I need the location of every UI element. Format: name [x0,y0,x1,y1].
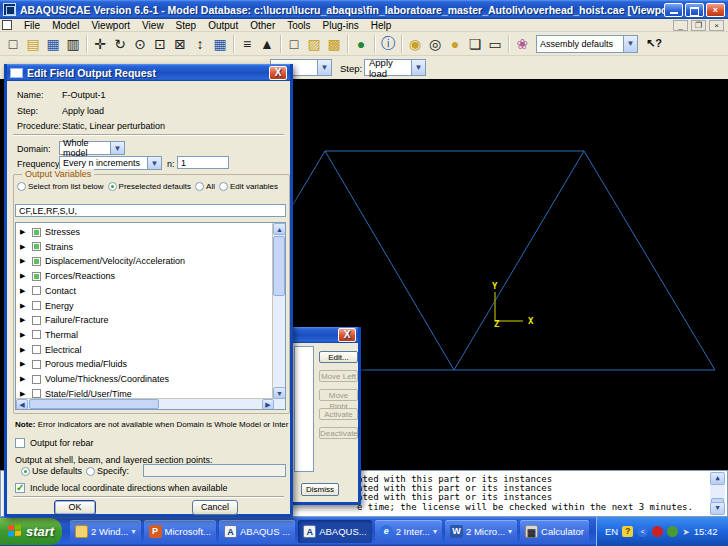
color-palette-icon[interactable]: ❀ [512,34,532,54]
domain-select[interactable]: Whole model ▼ [59,141,125,155]
variable-checkbox[interactable] [32,301,41,310]
variable-checkbox[interactable] [32,316,41,325]
menu-item[interactable]: Output [202,20,244,31]
shaded-render-icon[interactable]: ▩ [324,34,344,54]
step-select[interactable]: Apply load ▼ [364,59,426,76]
variable-checkbox[interactable] [32,272,41,281]
highlight-off-icon[interactable]: ◎ [425,34,445,54]
expand-arrow-icon[interactable]: ▶ [20,272,28,280]
menu-item[interactable]: Tools [281,20,316,31]
list-horizontal-scrollbar[interactable]: ◀ ▶ [16,398,274,409]
tray-icon-red[interactable] [652,526,663,537]
print-icon[interactable]: ▥ [63,34,83,54]
info-icon[interactable]: ⓘ [378,34,398,54]
radio-option[interactable]: Preselected defaults [108,182,192,191]
variable-row[interactable]: ▶ Porous media/Fluids [20,357,127,371]
menu-item[interactable]: Step [170,20,203,31]
menu-item[interactable]: Plug-ins [317,20,365,31]
taskbar-button[interactable]: Calculator ▾ [520,520,589,543]
menu-item[interactable]: View [136,20,170,31]
scroll-thumb[interactable] [273,236,285,296]
include-local-checkbox[interactable] [15,483,25,493]
viewport-layout-icon[interactable]: ❏ [465,34,485,54]
variable-checkbox[interactable] [32,228,41,237]
variable-checkbox[interactable] [32,389,41,398]
menu-item[interactable]: Help [365,20,398,31]
language-indicator[interactable]: EN [605,526,618,537]
reference-point-icon[interactable]: ▲ [257,34,277,54]
frequency-select[interactable]: Every n increments ▼ [59,156,162,170]
variables-list[interactable]: ▶ Stresses ▶ Strains ▶ Displacement/Vel [15,222,286,410]
magnify-icon[interactable]: ⊙ [130,34,150,54]
minimize-button[interactable] [664,3,683,17]
manager-button[interactable]: Activate [319,408,358,420]
radio-option[interactable]: Select from list below [17,182,104,191]
query-icon[interactable]: ≡ [237,34,257,54]
expand-arrow-icon[interactable]: ▶ [20,331,28,339]
scroll-up-icon[interactable]: ▲ [273,223,286,235]
pan-icon[interactable]: ✛ [90,34,110,54]
variable-checkbox[interactable] [32,242,41,251]
taskbar-button[interactable]: 2 Micro... ▾ [445,520,517,543]
scroll-up-icon[interactable]: ▲ [710,472,725,485]
scroll-thumb[interactable] [29,399,159,409]
mdi-minimize-button[interactable]: _ [673,20,688,31]
ok-button[interactable]: OK [54,500,96,515]
dialog-close-button[interactable]: X [338,328,356,342]
new-file-icon[interactable]: □ [3,34,23,54]
taskbar-button[interactable]: 2 Wind... ▾ [70,520,141,543]
expand-arrow-icon[interactable]: ▶ [20,287,28,295]
dialog-close-button[interactable]: X [269,66,287,80]
expand-arrow-icon[interactable]: ▶ [20,360,28,368]
rotate-icon[interactable]: ↻ [110,34,130,54]
menu-item[interactable]: Model [46,20,85,31]
manager-list[interactable] [294,346,314,472]
expand-arrow-icon[interactable]: ▶ [20,346,28,354]
expand-arrow-icon[interactable]: ▶ [20,228,28,236]
scroll-down-icon[interactable]: ▼ [710,502,725,515]
variable-row[interactable]: ▶ Contact [20,284,76,298]
rebar-checkbox[interactable] [15,438,25,448]
hidden-line-render-icon[interactable]: ▨ [304,34,324,54]
menu-item[interactable]: File [18,20,46,31]
message-scrollbar[interactable]: ▲ ▼ [710,472,725,515]
menu-item[interactable]: Viewport [85,20,136,31]
taskbar-button[interactable]: Microsoft... ▾ [144,520,216,543]
specify-input[interactable] [143,464,286,477]
expand-arrow-icon[interactable]: ▶ [20,390,28,398]
variable-checkbox[interactable] [32,330,41,339]
mdi-close-button[interactable]: × [709,20,724,31]
variable-row[interactable]: ▶ Electrical [20,343,82,357]
help-tray-icon[interactable]: ? [622,526,633,537]
restore-button[interactable] [685,3,704,17]
color-dot-icon[interactable]: ● [445,34,465,54]
tray-icon-blue[interactable]: < [637,526,648,537]
expand-arrow-icon[interactable]: ▶ [20,375,28,383]
start-button[interactable]: start [0,518,62,545]
dismiss-button[interactable]: Dismiss [301,483,339,496]
list-vertical-scrollbar[interactable]: ▲ ▼ [272,223,285,410]
manager-button[interactable]: Deactivate [319,427,358,439]
zoom-region-icon[interactable]: ⊡ [150,34,170,54]
variable-row[interactable]: ▶ Failure/Fracture [20,313,109,327]
variable-row[interactable]: ▶ Forces/Reactions [20,269,115,283]
scroll-down-icon[interactable]: ▼ [273,387,286,399]
variable-checkbox[interactable] [32,375,41,384]
view-options-icon[interactable]: ▦ [210,34,230,54]
variable-checkbox[interactable] [32,257,41,266]
variable-checkbox[interactable] [32,345,41,354]
radio-option[interactable]: Use defaults [21,466,82,476]
scroll-right-icon[interactable]: ▶ [262,399,274,410]
taskbar-button[interactable]: 2 Inter... ▾ [375,520,442,543]
taskbar-button[interactable]: ABAQUS... ▾ [298,520,372,543]
variable-row[interactable]: ▶ Volume/Thickness/Coordinates [20,372,169,386]
variable-checkbox[interactable] [32,360,41,369]
open-folder-icon[interactable]: ▤ [23,34,43,54]
render-monitor-icon[interactable]: ▭ [485,34,505,54]
perspective-icon[interactable]: ● [351,34,371,54]
variable-row[interactable]: ▶ Thermal [20,328,78,342]
cycle-views-icon[interactable]: ↕ [190,34,210,54]
close-button[interactable]: × [706,3,725,17]
taskbar-button[interactable]: ABAQUS ... ▾ [219,520,295,543]
context-help-icon[interactable]: ↖? [646,37,662,50]
